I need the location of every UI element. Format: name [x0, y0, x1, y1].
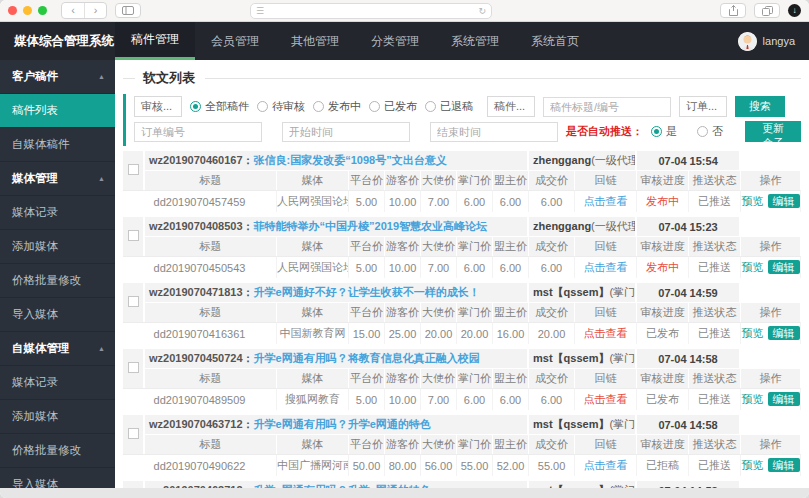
backlink-view[interactable]: 点击查看 — [584, 327, 628, 339]
col-review-progress: 审核进度 — [637, 302, 689, 322]
radio-all-articles[interactable]: 全部稿件 — [190, 99, 249, 114]
nav-item-system[interactable]: 系统管理 — [435, 22, 515, 60]
article-title-link[interactable]: 升学e网通好不好？让学生收获不一样的成长！ — [254, 286, 480, 298]
reader-icon[interactable]: ☰ — [256, 6, 264, 16]
sidebar-item-bulk-price-edit-2[interactable]: 价格批量修改 — [0, 434, 115, 468]
push-status: 已推送 — [689, 322, 741, 344]
sidebar-group-media-mgmt[interactable]: 媒体管理▲ — [0, 162, 115, 196]
col-review-progress: 审核进度 — [637, 434, 689, 454]
edit-button[interactable]: 编辑 — [768, 326, 800, 340]
radio-publishing[interactable]: 发布中 — [313, 99, 361, 114]
share-icon[interactable] — [720, 3, 746, 18]
col-ambassador-price: 大使价 — [421, 368, 457, 388]
tabs-icon[interactable] — [754, 3, 780, 18]
radio-auto-push-yes[interactable]: 是 — [651, 124, 677, 139]
radio-pending-review[interactable]: 待审核 — [257, 99, 305, 114]
start-time-input[interactable] — [282, 122, 410, 142]
nav-item-other[interactable]: 其他管理 — [275, 22, 355, 60]
backlink-view[interactable]: 点击查看 — [584, 393, 628, 405]
row-checkbox[interactable] — [128, 362, 139, 373]
update-box-status-button[interactable]: 更新盒子状态 — [745, 121, 801, 142]
sidebar-item-media-records[interactable]: 媒体记录 — [0, 196, 115, 230]
agent-name: mst【qssem】 — [533, 286, 609, 298]
username: langya — [763, 35, 795, 47]
article-title-link[interactable]: 升学e网通有用吗？升学e网通的特色 — [254, 418, 431, 430]
review-status-select[interactable]: 审核... — [134, 96, 182, 117]
nav-item-manuscript[interactable]: 稿件管理 — [115, 22, 195, 60]
column-header-row: 标题 媒体 平台价 游客价 大使价 掌门价 盟主价 成交价 回链 审核进度 推送… — [123, 170, 801, 190]
col-push-status: 推送状态 — [689, 170, 741, 190]
sidebar-item-import-media-2[interactable]: 导入媒体 — [0, 468, 115, 488]
group-header-row: wz2019070471813：升学e网通好不好？让学生收获不一样的成长！ ms… — [123, 283, 801, 302]
article-title-input[interactable] — [543, 97, 671, 117]
order-id: dd2019070490622 — [123, 454, 277, 476]
col-media: 媒体 — [277, 170, 349, 190]
preview-link[interactable]: 预览 — [742, 327, 764, 339]
sidebar-item-media-records-2[interactable]: 媒体记录 — [0, 366, 115, 400]
sidebar-group-client-articles[interactable]: 客户稿件▲ — [0, 60, 115, 94]
row-checkbox[interactable] — [128, 428, 139, 439]
end-time-input[interactable] — [430, 122, 558, 142]
article-title-link[interactable]: 张信良:国家发改委“1098号”文出台意义 — [254, 154, 447, 166]
forward-icon[interactable]: › — [84, 3, 106, 18]
order-filter-select[interactable]: 订单... — [679, 96, 727, 117]
backlink-view[interactable]: 点击查看 — [584, 195, 628, 207]
back-icon[interactable]: ‹ — [62, 3, 84, 18]
data-row: dd2019070490622 中国广播网河南 50.00 80.00 56.0… — [123, 454, 801, 476]
article-group: wz2019070408503：菲特能特举办“中国丹棱”2019智慧农业高峰论坛… — [123, 217, 801, 278]
order-number-input[interactable] — [134, 122, 262, 142]
article-title-link[interactable]: 菲特能特举办“中国丹棱”2019智慧农业高峰论坛 — [254, 220, 487, 232]
close-icon[interactable] — [8, 6, 17, 15]
edit-button[interactable]: 编辑 — [768, 392, 800, 406]
radio-icon — [697, 126, 708, 137]
sidebar-icon[interactable] — [115, 3, 141, 18]
edit-button[interactable]: 编辑 — [768, 458, 800, 472]
nav-item-home[interactable]: 系统首页 — [515, 22, 595, 60]
article-filter-select[interactable]: 稿件... — [487, 96, 535, 117]
nav-item-category[interactable]: 分类管理 — [355, 22, 435, 60]
edit-button[interactable]: 编辑 — [768, 260, 800, 274]
minimize-icon[interactable] — [23, 6, 32, 15]
preview-link[interactable]: 预览 — [742, 195, 764, 207]
preview-link[interactable]: 预览 — [742, 393, 764, 405]
sidebar-item-article-list[interactable]: 稿件列表 — [0, 94, 115, 128]
col-leader-price: 盟主价 — [493, 302, 529, 322]
sidebar-item-add-media-2[interactable]: 添加媒体 — [0, 400, 115, 434]
edit-button[interactable]: 编辑 — [768, 194, 800, 208]
col-master-price: 掌门价 — [457, 170, 493, 190]
nav-item-members[interactable]: 会员管理 — [195, 22, 275, 60]
search-button[interactable]: 搜索 — [735, 96, 785, 117]
backlink-view[interactable]: 点击查看 — [584, 261, 628, 273]
col-deal-price: 成交价 — [529, 170, 575, 190]
radio-auto-push-no[interactable]: 否 — [697, 124, 723, 139]
preview-link[interactable]: 预览 — [742, 459, 764, 471]
row-checkbox[interactable] — [128, 296, 139, 307]
article-title-link[interactable]: 升学e网通有用吗？将教育信息化真正融入校园 — [254, 352, 480, 364]
user-menu[interactable]: langya — [738, 22, 809, 60]
radio-published[interactable]: 已发布 — [369, 99, 417, 114]
col-master-price: 掌门价 — [457, 236, 493, 256]
filter-row-status: 审核... 全部稿件 待审核 发布中 已发布 已退稿 稿件... 订单... 搜… — [134, 96, 801, 117]
col-actions: 操作 — [741, 368, 801, 388]
address-bar[interactable]: ☰ ↻ — [250, 3, 492, 19]
backlink-view[interactable]: 点击查看 — [584, 459, 628, 471]
preview-link[interactable]: 预览 — [742, 261, 764, 273]
sidebar-item-import-media[interactable]: 导入媒体 — [0, 298, 115, 332]
article-id: wz2019070471813 — [149, 286, 243, 298]
sidebar-item-selfmedia-articles[interactable]: 自媒体稿件 — [0, 128, 115, 162]
row-checkbox[interactable] — [128, 164, 139, 175]
reload-icon[interactable]: ↻ — [478, 6, 486, 16]
sidebar-group-selfmedia-mgmt[interactable]: 自媒体管理▲ — [0, 332, 115, 366]
sidebar-item-bulk-price-edit[interactable]: 价格批量修改 — [0, 264, 115, 298]
sidebar-item-add-media[interactable]: 添加媒体 — [0, 230, 115, 264]
download-icon[interactable]: ↓ — [788, 4, 801, 17]
radio-rejected[interactable]: 已退稿 — [425, 99, 473, 114]
media-name: 搜狐网教育 — [277, 388, 349, 410]
row-checkbox[interactable] — [128, 230, 139, 241]
agent-name: mst【qssem】 — [533, 418, 609, 430]
maximize-icon[interactable] — [38, 6, 47, 15]
bottom-statusbar — [0, 488, 809, 498]
col-guest-price: 游客价 — [385, 302, 421, 322]
col-master-price: 掌门价 — [457, 368, 493, 388]
page-title-row: 软文列表 — [123, 66, 801, 90]
